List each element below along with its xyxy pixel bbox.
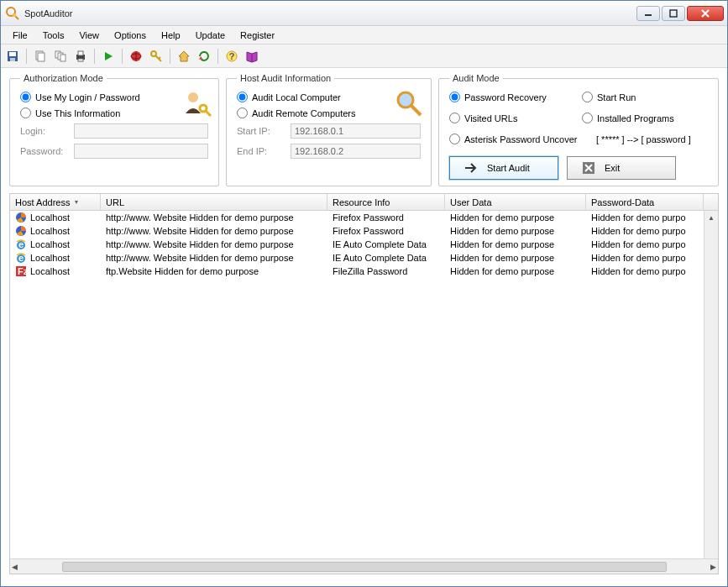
copy-icon[interactable] <box>32 48 49 65</box>
app-icon <box>6 7 19 20</box>
host-radio-remote[interactable] <box>237 107 248 118</box>
svg-rect-14 <box>60 55 65 61</box>
separator <box>170 49 170 64</box>
window-title: SpotAuditor <box>24 8 636 18</box>
help-icon[interactable]: ? <box>223 48 240 65</box>
sort-desc-icon: ▼ <box>73 199 79 205</box>
close-square-icon <box>581 160 596 176</box>
svg-rect-16 <box>78 51 83 55</box>
key-icon[interactable] <box>148 48 165 65</box>
separator <box>217 49 218 64</box>
refresh-icon[interactable] <box>196 48 212 65</box>
host-opt1-label: Audit Local Computer <box>252 92 341 102</box>
host-audit-group: Host Audit Information Audit Local Compu… <box>226 73 432 186</box>
audit-radio-asterisk[interactable] <box>449 134 460 144</box>
host-opt2-label: Audit Remote Computers <box>252 108 356 118</box>
audit-opt2: Visited URLs <box>464 113 517 123</box>
startip-input[interactable] <box>291 123 421 139</box>
scroll-right-icon: ▶ <box>710 563 716 571</box>
table-row[interactable]: Localhosthttp://www. Website Hidden for … <box>10 211 718 224</box>
cell-host: Localhost <box>30 226 70 236</box>
menu-file[interactable]: File <box>6 28 34 43</box>
cell-pass: Hidden for demo purpo <box>591 226 686 236</box>
audit-radio-password-recovery[interactable] <box>449 92 460 102</box>
svg-line-32 <box>206 111 211 116</box>
globe-icon[interactable] <box>128 48 144 65</box>
home-icon[interactable] <box>175 48 192 65</box>
svg-line-24 <box>159 57 160 59</box>
cell-pass: Hidden for demo purpo <box>591 253 686 263</box>
svg-line-34 <box>411 106 421 115</box>
startip-label: Start IP: <box>237 126 285 136</box>
auth-radio-thisinfo[interactable] <box>20 107 31 118</box>
menu-view[interactable]: View <box>72 28 106 43</box>
host-legend: Host Audit Information <box>237 73 334 83</box>
cell-user: Hidden for demo purpose <box>450 239 554 249</box>
toolbar: ? <box>1 45 727 68</box>
svg-point-33 <box>398 92 413 107</box>
col-host-address[interactable]: Host Address▼ <box>10 194 101 210</box>
cell-resource: Firefox Password <box>333 226 404 236</box>
cell-user: Hidden for demo purpose <box>450 212 554 223</box>
table-row[interactable]: FzLocalhostftp.Website Hidden for demo p… <box>10 265 718 278</box>
login-input[interactable] <box>74 123 208 139</box>
menu-update[interactable]: Update <box>189 28 232 43</box>
menu-help[interactable]: Help <box>155 28 187 43</box>
print-icon[interactable] <box>72 48 89 65</box>
svg-point-30 <box>188 92 198 102</box>
table-header: Host Address▼ URL Resource Info User Dat… <box>10 194 718 211</box>
panels: Authorization Mode Use My Login / Passwo… <box>1 68 727 193</box>
copy-all-icon[interactable] <box>52 48 69 65</box>
book-icon[interactable] <box>244 48 260 65</box>
cell-pass: Hidden for demo purpo <box>591 239 686 249</box>
cell-host: Localhost <box>30 253 70 263</box>
svg-rect-8 <box>9 52 16 56</box>
cell-url: http://www. Website Hidden for demo purp… <box>106 212 294 223</box>
auth-opt1-label: Use My Login / Password <box>35 92 140 102</box>
separator <box>26 49 27 64</box>
audit-radio-installed-programs[interactable] <box>582 113 593 123</box>
cell-pass: Hidden for demo purpo <box>591 212 686 223</box>
authorization-mode-group: Authorization Mode Use My Login / Passwo… <box>9 73 219 186</box>
host-radio-local[interactable] <box>237 92 248 102</box>
col-password-data[interactable]: Password-Data <box>586 194 704 210</box>
scrollbar-thumb[interactable] <box>62 562 667 572</box>
maximize-button[interactable] <box>662 6 685 21</box>
auth-radio-mylogin[interactable] <box>20 92 31 102</box>
close-button[interactable] <box>687 6 724 21</box>
vertical-scrollbar[interactable]: ▲ <box>704 211 718 558</box>
endip-input[interactable] <box>291 144 421 159</box>
password-input[interactable] <box>74 144 208 159</box>
svg-rect-4 <box>670 10 677 17</box>
filezilla-icon: Fz <box>15 265 27 277</box>
menu-options[interactable]: Options <box>107 28 153 43</box>
password-label: Password: <box>20 146 69 156</box>
horizontal-scrollbar[interactable]: ◀ ▶ <box>10 558 718 574</box>
cell-url: http://www. Website Hidden for demo purp… <box>106 253 294 263</box>
table-row[interactable]: eLocalhosthttp://www. Website Hidden for… <box>10 251 718 265</box>
col-url[interactable]: URL <box>101 194 327 210</box>
audit-legend: Audit Mode <box>449 73 503 83</box>
cell-resource: FileZilla Password <box>333 266 407 276</box>
save-icon[interactable] <box>4 48 21 65</box>
menu-tools[interactable]: Tools <box>36 28 71 43</box>
svg-rect-11 <box>38 53 45 61</box>
table-row[interactable]: Localhosthttp://www. Website Hidden for … <box>10 224 718 238</box>
start-audit-button[interactable]: Start Audit <box>449 156 558 180</box>
ie-icon: e <box>15 238 27 250</box>
audit-radio-start-run[interactable] <box>582 92 593 102</box>
minimize-button[interactable] <box>636 6 660 21</box>
exit-label: Exit <box>605 163 620 173</box>
table-row[interactable]: eLocalhosthttp://www. Website Hidden for… <box>10 238 718 251</box>
audit-radio-visited-urls[interactable] <box>449 113 460 123</box>
cell-user: Hidden for demo purpose <box>450 266 554 276</box>
firefox-icon <box>15 225 27 237</box>
col-user-data[interactable]: User Data <box>445 194 586 210</box>
separator <box>94 49 95 64</box>
menubar: File Tools View Options Help Update Regi… <box>1 26 727 45</box>
col-resource-info[interactable]: Resource Info <box>327 194 445 210</box>
cell-pass: Hidden for demo purpo <box>591 266 686 276</box>
play-icon[interactable] <box>100 48 117 65</box>
menu-register[interactable]: Register <box>233 28 281 43</box>
exit-button[interactable]: Exit <box>567 156 676 180</box>
